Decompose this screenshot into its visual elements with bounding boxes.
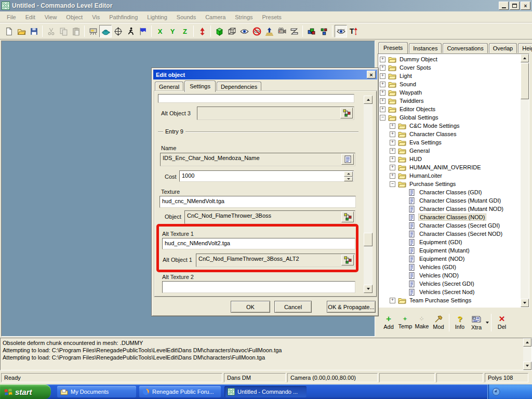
menu-item[interactable]: Presets	[258, 12, 286, 22]
visibility-eye-button[interactable]	[335, 25, 347, 37]
tray-update-icon[interactable]	[492, 388, 500, 396]
small-cubes-button[interactable]	[317, 25, 330, 37]
tree-expander-icon[interactable]: +	[390, 148, 395, 154]
menu-item[interactable]: Object	[61, 12, 87, 22]
tab-heightfield[interactable]: Heightfield	[518, 43, 532, 53]
tree-expander-icon[interactable]: −	[380, 115, 385, 121]
tree-item[interactable]: + General	[378, 147, 520, 155]
scroll-down-button[interactable]	[521, 299, 529, 307]
menu-item[interactable]: Sounds	[172, 12, 201, 22]
tree-item-label[interactable]: Character Classes (GDI)	[418, 189, 483, 195]
axis-y-button[interactable]: Y	[166, 25, 179, 37]
hide-button[interactable]	[250, 25, 263, 37]
tree-item-label[interactable]: Equipment (NOD)	[418, 256, 466, 262]
copy-button[interactable]	[57, 25, 70, 37]
xtra-preset-button[interactable]: Xtra	[468, 311, 485, 334]
tree-item-label[interactable]: Waypath	[398, 89, 423, 96]
tree-item[interactable]: + Twiddlers	[378, 97, 520, 105]
tree-item-label[interactable]: Character Classes (Secret GDI)	[418, 222, 501, 229]
tree-item-label[interactable]: Light	[398, 73, 413, 79]
task-commando-editor[interactable]: Untitled - Commando ...	[224, 386, 307, 397]
tree-item-label[interactable]: Global Settings	[398, 114, 440, 121]
tree-item-label[interactable]: Vehicles (NOD)	[418, 272, 460, 278]
tree-expander-icon[interactable]: +	[380, 82, 385, 87]
axis-z-button[interactable]: Z	[179, 25, 191, 37]
menu-item[interactable]: Vis	[87, 12, 104, 22]
maximize-button[interactable]	[510, 2, 520, 10]
menu-item[interactable]: Lighting	[142, 12, 172, 22]
tree-item-label[interactable]: HUD	[408, 156, 423, 162]
tree-item[interactable]: − Purchase Settings	[378, 180, 520, 188]
info-preset-button[interactable]: ? Info	[451, 311, 468, 334]
rotate-axis-button[interactable]	[112, 25, 124, 37]
ok-button[interactable]: OK	[231, 301, 270, 313]
scroll-down-button[interactable]	[523, 362, 531, 370]
minimize-button[interactable]	[499, 2, 509, 10]
open-button[interactable]	[15, 25, 28, 37]
tab-presets[interactable]: Presets	[378, 42, 408, 54]
tree-expander-icon[interactable]: +	[380, 65, 385, 71]
temp-preset-button[interactable]: ✦ Temp	[397, 311, 414, 334]
menu-item[interactable]: Strings	[230, 12, 257, 22]
alt-texture-1-field[interactable]: hud_cnc_NMendVolt2.tga	[162, 238, 355, 249]
task-renegade-forum[interactable]: Renegade Public Foru...	[139, 386, 221, 397]
tree-item[interactable]: Character Classes (Mutant GDI)	[378, 196, 520, 205]
tree-item[interactable]: Character Classes (GDI)	[378, 188, 520, 196]
tree-item-label[interactable]: HUMAN_ANIM_OVERRIDE	[408, 164, 482, 170]
add-preset-button[interactable]: + Add	[380, 311, 397, 334]
close-button[interactable]: ×	[521, 2, 530, 10]
tree-item-label[interactable]: Equipment (GDI)	[418, 239, 463, 245]
object-picker-button[interactable]	[341, 211, 354, 222]
cost-field[interactable]: 1000	[179, 170, 354, 182]
tree-scrollbar[interactable]	[521, 54, 529, 307]
tree-item-label[interactable]: Editor Objects	[398, 106, 436, 112]
dialog-titlebar[interactable]: Edit object ×	[153, 70, 377, 79]
tree-item[interactable]: + Sound	[378, 80, 520, 88]
tree-item[interactable]: + Waypath	[378, 88, 520, 97]
alt-texture-2-field[interactable]	[162, 281, 355, 293]
tree-expander-icon[interactable]: +	[380, 98, 385, 104]
tree-item-label[interactable]: Team Purchase Settings	[408, 297, 472, 303]
tree-item[interactable]: Equipment (NOD)	[378, 255, 520, 263]
polygon-button[interactable]	[288, 25, 300, 37]
text-label-button[interactable]: T	[347, 25, 360, 37]
scroll-thumb[interactable]	[364, 233, 373, 246]
move-vertical-button[interactable]	[196, 25, 208, 37]
name-field[interactable]: IDS_Enc_Char_Nod_Mendoza_Name	[160, 153, 355, 166]
scroll-thumb[interactable]	[521, 63, 529, 99]
alt-object-1-picker-button[interactable]	[341, 255, 354, 265]
scroll-up-button[interactable]	[364, 96, 373, 104]
start-button[interactable]: start	[0, 384, 51, 399]
eye-button[interactable]	[238, 25, 250, 37]
flag-button[interactable]	[137, 25, 149, 37]
log-scrollbar[interactable]	[523, 338, 531, 370]
paste-button[interactable]	[70, 25, 82, 37]
menu-item[interactable]: Pathfinding	[104, 12, 142, 22]
tree-item-label[interactable]: Character Classes (Mutant NOD)	[418, 206, 504, 212]
xtra-dropdown-arrow[interactable]	[486, 322, 489, 324]
tree-item-label[interactable]: HumanLoiter	[408, 172, 443, 179]
dialog-scrollbar[interactable]	[364, 96, 373, 293]
scroll-down-button[interactable]	[364, 285, 373, 293]
tree-item-label[interactable]: Character Classes	[408, 131, 457, 137]
tree-item[interactable]: + HUD	[378, 155, 520, 163]
tree-item-label[interactable]: Vehicles (GDI)	[418, 264, 457, 270]
spin-up-button[interactable]	[344, 171, 353, 177]
colored-cubes-button[interactable]	[305, 25, 317, 37]
tree-expander-icon[interactable]: +	[390, 165, 395, 170]
tree-item[interactable]: + Dummy Object	[378, 55, 520, 63]
tree-item-label[interactable]: Dummy Object	[398, 56, 438, 62]
tree-item[interactable]: Vehicles (Secret GDI)	[378, 280, 520, 288]
tree-expander-icon[interactable]: +	[390, 156, 395, 162]
scroll-up-button[interactable]	[521, 54, 529, 62]
tree-item[interactable]: − Global Settings	[378, 113, 520, 122]
alt-object-3-picker-button[interactable]	[340, 108, 353, 118]
tree-expander-icon[interactable]: +	[380, 57, 385, 62]
tree-item-label[interactable]: Vehicles (Secret Nod)	[418, 289, 475, 295]
wire-cube-button[interactable]	[225, 25, 238, 37]
tree-item-label[interactable]: Eva Settings	[408, 139, 443, 145]
dialog-close-button[interactable]: ×	[367, 71, 376, 78]
tree-item[interactable]: Character Classes (Secret NOD)	[378, 230, 520, 238]
tree-item[interactable]: Character Classes (Mutant NOD)	[378, 205, 520, 213]
top-partial-field[interactable]	[158, 94, 354, 103]
